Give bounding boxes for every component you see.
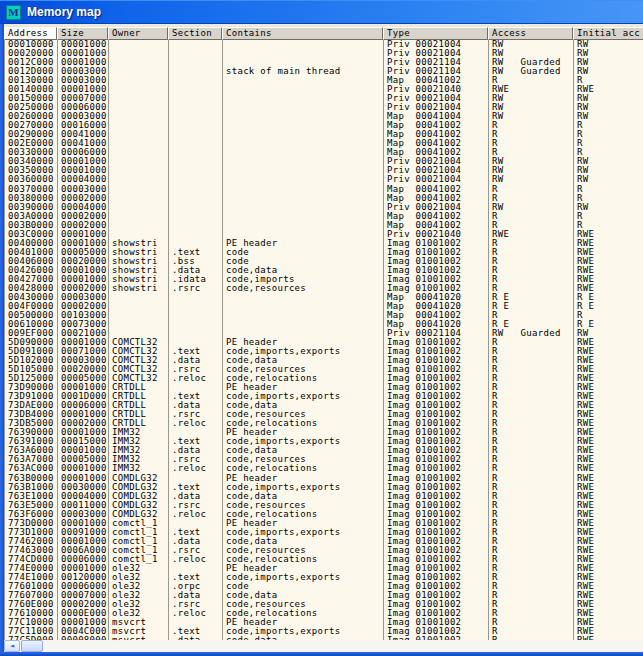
table-row[interactable]: 0038000000002000Map 00041002RR [5, 194, 643, 203]
table-row[interactable]: 0027000000016000Map 00041002RR [5, 121, 643, 130]
table-row[interactable]: 004F000000002000Map 00041020R ER E [5, 302, 643, 311]
table-row[interactable]: 0033000000006000Map 00041002RR [5, 148, 643, 157]
table-row[interactable]: 0013000000003000Map 00041002RR [5, 76, 643, 85]
column-header-contains[interactable]: Contains [222, 27, 383, 40]
table-row[interactable]: 774630000006A000comctl_1.rsrccode,resour… [5, 546, 643, 555]
table-row[interactable]: 77C110000004C000msvcrt.textcode,imports,… [5, 627, 643, 636]
cell-section: .rsrc [169, 501, 223, 510]
table-row[interactable]: 73DB400000001000CRTDLL.rsrccode,resource… [5, 410, 643, 419]
table-row[interactable]: 0039000000004000Priv 00021004RWRW [5, 203, 643, 212]
table-row[interactable]: 0034000000001000Priv 00021004RWRW [5, 157, 643, 166]
cell-initial-access: R E [574, 302, 643, 311]
cell-initial-access: RWE [574, 437, 643, 446]
cell-contains [223, 94, 384, 103]
table-row[interactable]: 003B000000002000Map 00041002RR [5, 221, 643, 230]
table-row[interactable]: 763A600000001000IMM32.datacode,dataImag … [5, 446, 643, 455]
table-row[interactable]: 0042600000001000showstri.datacode,dataIm… [5, 266, 643, 275]
table-row[interactable]: 5D09100000071000COMCTL32.textcode,import… [5, 347, 643, 356]
column-header-access[interactable]: Access [488, 27, 573, 40]
cell-owner [109, 311, 169, 320]
window-titlebar[interactable]: M Memory map [0, 0, 643, 24]
table-row[interactable]: 73DB500000002000CRTDLL.reloccode,relocat… [5, 419, 643, 428]
cell-owner [109, 293, 169, 302]
table-row[interactable]: 0040600000020000showstri.bsscodeImag 010… [5, 257, 643, 266]
cell-owner: ole32 [109, 573, 169, 582]
column-header-owner[interactable]: Owner [108, 27, 168, 40]
table-row[interactable]: 0012C00000001000Priv 00021104RW GuardedR… [5, 58, 643, 67]
cell-section [169, 230, 223, 239]
table-row[interactable]: 7760700000007000ole32.datacode,dataImag … [5, 591, 643, 600]
table-row[interactable]: 7760100000006000ole32.orpccodeImag 01001… [5, 582, 643, 591]
scroll-left-button[interactable]: ◄ [4, 640, 20, 652]
cell-address: 763B0000 [5, 474, 58, 483]
cell-address: 00330000 [5, 148, 58, 157]
table-row[interactable]: 763E100000004000COMDLG32.datacode,dataIm… [5, 492, 643, 501]
table-row[interactable]: 009EF00000021000Priv 00021104RW GuardedR… [5, 329, 643, 338]
table-row[interactable]: 0036000000004000Priv 00021004RWRW [5, 175, 643, 184]
column-header-type[interactable]: Type [383, 27, 488, 40]
table-row[interactable]: 0029000000041000Map 00041002RR [5, 130, 643, 139]
table-row[interactable]: 0042700000001000showstri.idatacode,impor… [5, 275, 643, 284]
table-row[interactable]: 003A000000002000Map 00041002RR [5, 212, 643, 221]
cell-address: 5D091000 [5, 347, 58, 356]
table-row[interactable]: 774CD00000006000comctl_1.reloccode,reloc… [5, 555, 643, 564]
table-row[interactable]: 73D910000001D000CRTDLL.textcode,imports,… [5, 392, 643, 401]
table-row[interactable]: 0035000000001000Priv 00021004RWRW [5, 166, 643, 175]
table-row[interactable]: 774E100000120000ole32.textcode,imports,e… [5, 573, 643, 582]
table-row[interactable]: 763F600000003000COMDLG32.reloccode,reloc… [5, 510, 643, 519]
cell-contains: code,resources [223, 455, 384, 464]
table-row[interactable]: 774E000000001000ole32PE headerImag 01001… [5, 564, 643, 573]
table-row[interactable]: 0025000000006000Priv 00021004RWRW [5, 103, 643, 112]
table-row[interactable]: 7639000000001000IMM32PE headerImag 01001… [5, 428, 643, 437]
table-row[interactable]: 0014000000001000Priv 00021040RWERWE [5, 85, 643, 94]
table-row[interactable]: 0050000000103000Map 00041002RR [5, 311, 643, 320]
table-row[interactable]: 0043000000003000Map 00041020R ER E [5, 293, 643, 302]
table-row[interactable]: 5D10500000020000COMCTL32.rsrccode,resour… [5, 365, 643, 374]
table-row[interactable]: 0061000000073000Map 00041020R ER E [5, 320, 643, 329]
table-row[interactable]: 5D10200000003000COMCTL32.datacode,dataIm… [5, 356, 643, 365]
table-row[interactable]: 763AC00000001000IMM32.reloccode,relocati… [5, 464, 643, 473]
cell-initial-access: RWE [574, 419, 643, 428]
table-row[interactable]: 73DAE00000006000CRTDLL.datacode,dataImag… [5, 401, 643, 410]
table-row[interactable]: 7639100000015000IMM32.textcode,imports,e… [5, 437, 643, 446]
table-row[interactable]: 73D9000000001000CRTDLLPE headerImag 0100… [5, 383, 643, 392]
cell-owner: IMM32 [109, 437, 169, 446]
cell-contains [223, 85, 384, 94]
table-row[interactable]: 773D100000091000comctl_1.textcode,import… [5, 528, 643, 537]
cell-contains: code,imports,exports [223, 627, 384, 636]
table-row[interactable]: 763B100000030000COMDLG32.textcode,import… [5, 483, 643, 492]
table-row[interactable]: 77C1000000001000msvcrtPE headerImag 0100… [5, 618, 643, 627]
table-row[interactable]: 0002000000001000Priv 00021004RWRW [5, 49, 643, 58]
table-row[interactable]: 0040000000001000showstriPE headerImag 01… [5, 239, 643, 248]
table-row[interactable]: 0001000000001000Priv 00021004RWRW [5, 40, 643, 49]
table-row[interactable]: 0012D00000003000stack of main threadPriv… [5, 67, 643, 76]
cell-owner: comctl_1 [109, 519, 169, 528]
memory-map-icon[interactable]: M [6, 5, 21, 20]
cell-section: .rsrc [169, 455, 223, 464]
table-row[interactable]: 5D12500000005000COMCTL32.reloccode,reloc… [5, 374, 643, 383]
column-header-initial-access[interactable]: Initial acc [573, 27, 643, 40]
table-row[interactable]: 003C000000001000Priv 00021040RWERWE [5, 230, 643, 239]
column-header-size[interactable]: Size [57, 27, 108, 40]
table-row[interactable]: 0042800000002000showstri.rsrccode,resour… [5, 284, 643, 293]
table-row[interactable]: 0026000000003000Map 00041004RWRW [5, 112, 643, 121]
scrollbar-thumb[interactable] [21, 640, 43, 652]
table-row[interactable]: 773D000000001000comctl_1PE headerImag 01… [5, 519, 643, 528]
table-row[interactable]: 5D09000000001000COMCTL32PE headerImag 01… [5, 338, 643, 347]
table-row[interactable]: 763B000000001000COMDLG32PE headerImag 01… [5, 474, 643, 483]
cell-access: R [489, 338, 574, 347]
cell-address: 76391000 [5, 437, 58, 446]
table-row[interactable]: 763A700000005000IMM32.rsrccode,resources… [5, 455, 643, 464]
table-row[interactable]: 7746200000001000comctl_1.datacode,dataIm… [5, 537, 643, 546]
table-row[interactable]: 763E500000011000COMDLG32.rsrccode,resour… [5, 501, 643, 510]
cell-type: Imag 01001002 [384, 374, 489, 383]
horizontal-scrollbar[interactable]: ◄ [4, 640, 643, 652]
column-header-address[interactable]: Address [4, 27, 57, 40]
table-row[interactable]: 0015000000007000Priv 00021004RWRW [5, 94, 643, 103]
table-row[interactable]: 0037000000003000Map 00041002RR [5, 185, 643, 194]
table-row[interactable]: 776100000000E000ole32.reloccode,relocati… [5, 609, 643, 618]
column-header-section[interactable]: Section [168, 27, 222, 40]
table-row[interactable]: 7760E00000002000ole32.rsrccode,resources… [5, 600, 643, 609]
table-row[interactable]: 0040100000005000showstri.textcodeImag 01… [5, 248, 643, 257]
table-row[interactable]: 002E000000041000Map 00041002RR [5, 139, 643, 148]
